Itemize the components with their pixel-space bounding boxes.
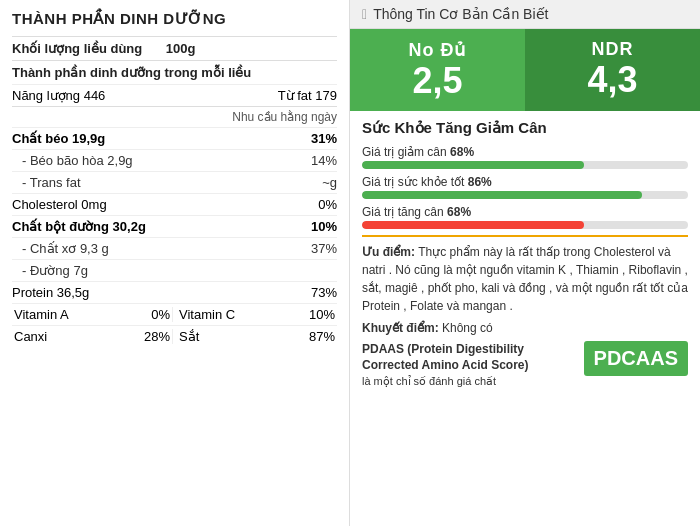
protein-value: 73% <box>277 285 337 300</box>
sugar-label: - Đường 7g <box>22 263 277 278</box>
energy-fat: Từ fat 179 <box>278 88 337 103</box>
carbs-value: 10% <box>277 219 337 234</box>
pdcaas-desc: là một chỉ số đánh giá chất <box>362 375 496 387</box>
serving-label: Khối lượng liều dùng <box>12 41 142 56</box>
iron-col: Sắt 87% <box>177 329 337 344</box>
carbs-label: Chất bột đường 30,2g <box>12 219 277 234</box>
fat-value: 31% <box>277 131 337 146</box>
progress-suc-khoe-pct: 86% <box>468 175 492 189</box>
progress-tang-can: Giá trị tăng cân 68% <box>362 205 688 229</box>
carbs-row: Chất bột đường 30,2g 10% <box>12 215 337 237</box>
fiber-value: 37% <box>277 241 337 256</box>
vitamin-c-value: 10% <box>309 307 335 322</box>
pdcaas-text-block: PDAAS (Protein Digestibility Corrected A… <box>362 341 576 390</box>
progress-suc-khoe: Giá trị sức khỏe tốt 86% <box>362 175 688 199</box>
section-label: Thành phần dinh dưỡng trong mỗi liều <box>12 60 337 84</box>
scores-row: No Đủ 2,5 NDR 4,3 <box>350 29 700 111</box>
fiber-row: - Chất xơ 9,3 g 37% <box>12 237 337 259</box>
saturated-fat-row: - Béo bão hòa 2,9g 14% <box>12 149 337 171</box>
trans-fat-row: - Trans fat ~g <box>12 171 337 193</box>
apple-icon:  <box>362 6 367 22</box>
vitamin-a-value: 0% <box>151 307 170 322</box>
progress-giam-can: Giá trị giảm cân 68% <box>362 145 688 169</box>
khuyet-diem-title: Khuyết điểm: <box>362 321 439 335</box>
serving-value: 100g <box>166 41 196 56</box>
right-panel:  Thông Tin Cơ Bản Cần Biết No Đủ 2,5 ND… <box>350 0 700 526</box>
ndr-label: NDR <box>592 39 634 60</box>
trans-fat-value: ~g <box>277 175 337 190</box>
vitamin-row-2: Canxi 28% Sắt 87% <box>12 325 337 347</box>
energy-row: Năng lượng 446 Từ fat 179 <box>12 84 337 106</box>
vitamin-c-label: Vitamin C <box>179 307 235 322</box>
protein-row: Protein 36,5g 73% <box>12 281 337 303</box>
trans-fat-label: - Trans fat <box>22 175 277 190</box>
fat-row: Chất béo 19,9g 31% <box>12 127 337 149</box>
energy-label: Năng lượng 446 <box>12 88 105 103</box>
protein-label: Protein 36,5g <box>12 285 277 300</box>
progress-tang-can-bar <box>362 221 584 229</box>
health-title: Sức Khỏe Tăng Giảm Cân <box>362 119 688 137</box>
saturated-fat-label: - Béo bão hòa 2,9g <box>22 153 277 168</box>
pdcaas-badge: PDCAAS <box>584 341 688 376</box>
cholesterol-label: Cholesterol 0mg <box>12 197 277 212</box>
no-du-box: No Đủ 2,5 <box>350 29 525 111</box>
right-header-title: Thông Tin Cơ Bản Cần Biết <box>373 6 548 22</box>
uu-diem-title: Ưu điểm: <box>362 245 415 259</box>
progress-tang-can-bar-bg <box>362 221 688 229</box>
iron-value: 87% <box>309 329 335 344</box>
cholesterol-value: 0% <box>277 197 337 212</box>
panel-title: THÀNH PHẦN DINH DƯỠNG <box>12 10 337 28</box>
vitamin-a-col: Vitamin A 0% <box>12 307 173 322</box>
sugar-row: - Đường 7g <box>12 259 337 281</box>
pdcaas-title: PDAAS (Protein Digestibility Corrected A… <box>362 342 528 373</box>
saturated-fat-value: 14% <box>277 153 337 168</box>
progress-tang-can-pct: 68% <box>447 205 471 219</box>
progress-giam-can-label: Giá trị giảm cân 68% <box>362 145 688 159</box>
right-header:  Thông Tin Cơ Bản Cần Biết <box>350 0 700 29</box>
divider <box>362 235 688 237</box>
vitamin-a-label: Vitamin A <box>14 307 69 322</box>
vitamin-row-1: Vitamin A 0% Vitamin C 10% <box>12 303 337 325</box>
progress-suc-khoe-label: Giá trị sức khỏe tốt 86% <box>362 175 688 189</box>
nhu-cau-header: Nhu cầu hằng ngày <box>12 106 337 127</box>
iron-label: Sắt <box>179 329 199 344</box>
calcium-label: Canxi <box>14 329 47 344</box>
khuyet-diem-block: Khuyết điểm: Không có <box>362 321 688 335</box>
left-panel: THÀNH PHẦN DINH DƯỠNG Khối lượng liều dù… <box>0 0 350 526</box>
fat-label: Chất béo 19,9g <box>12 131 277 146</box>
cholesterol-row: Cholesterol 0mg 0% <box>12 193 337 215</box>
nutrition-rows: Chất béo 19,9g 31% - Béo bão hòa 2,9g 14… <box>12 127 337 303</box>
progress-suc-khoe-bar <box>362 191 642 199</box>
calcium-value: 28% <box>144 329 170 344</box>
progress-giam-can-bar-bg <box>362 161 688 169</box>
no-du-value: 2,5 <box>412 61 462 101</box>
ndr-value: 4,3 <box>587 60 637 100</box>
pdcaas-section: PDAAS (Protein Digestibility Corrected A… <box>362 341 688 390</box>
serving-row: Khối lượng liều dùng 100g <box>12 36 337 60</box>
ndr-box: NDR 4,3 <box>525 29 700 111</box>
khuyet-diem-text: Không có <box>442 321 493 335</box>
progress-giam-can-bar <box>362 161 584 169</box>
fiber-label: - Chất xơ 9,3 g <box>22 241 277 256</box>
progress-suc-khoe-bar-bg <box>362 191 688 199</box>
uu-diem-block: Ưu điểm: Thực phẩm này là rất thấp trong… <box>362 243 688 315</box>
progress-tang-can-label: Giá trị tăng cân 68% <box>362 205 688 219</box>
no-du-label: No Đủ <box>409 39 467 61</box>
calcium-col: Canxi 28% <box>12 329 173 344</box>
right-content: Sức Khỏe Tăng Giảm Cân Giá trị giảm cân … <box>350 111 700 526</box>
vitamin-c-col: Vitamin C 10% <box>177 307 337 322</box>
progress-giam-can-pct: 68% <box>450 145 474 159</box>
